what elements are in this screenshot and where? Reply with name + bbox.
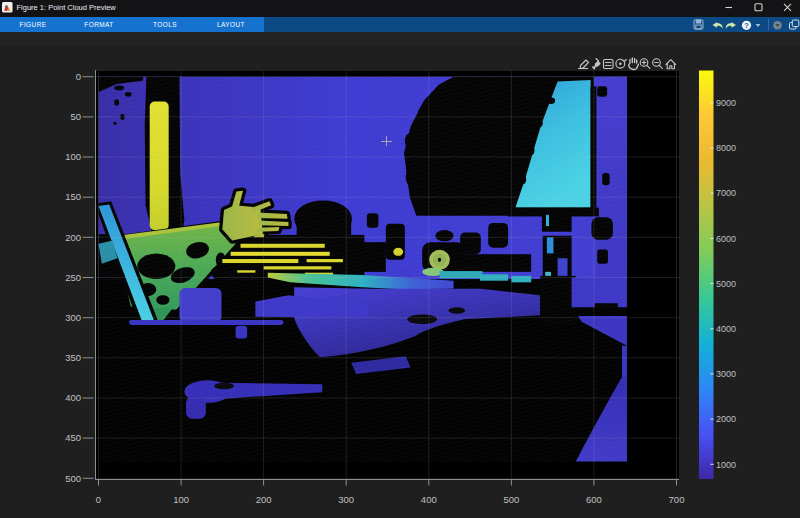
svg-text:Figure 1: Point Cloud Preview: Figure 1: Point Cloud Preview <box>17 3 117 12</box>
svg-text:350: 350 <box>65 352 81 363</box>
svg-text:100: 100 <box>173 494 189 505</box>
svg-text:7000: 7000 <box>716 188 736 198</box>
svg-text:250: 250 <box>65 272 81 283</box>
svg-text:2000: 2000 <box>716 414 736 424</box>
svg-text:200: 200 <box>256 494 272 505</box>
svg-text:500: 500 <box>65 473 81 484</box>
svg-text:6000: 6000 <box>716 234 736 244</box>
svg-text:500: 500 <box>503 494 519 505</box>
svg-text:8000: 8000 <box>716 143 736 153</box>
svg-text:400: 400 <box>65 392 81 403</box>
svg-text:1000: 1000 <box>716 460 736 470</box>
svg-text:300: 300 <box>65 312 81 323</box>
svg-text:700: 700 <box>669 494 685 505</box>
svg-text:?: ? <box>744 21 749 30</box>
svg-text:450: 450 <box>65 432 81 443</box>
svg-text:400: 400 <box>421 494 437 505</box>
svg-text:600: 600 <box>586 494 602 505</box>
svg-text:9000: 9000 <box>716 98 736 108</box>
svg-text:4000: 4000 <box>716 324 736 334</box>
svg-text:200: 200 <box>65 232 81 243</box>
svg-text:150: 150 <box>65 191 81 202</box>
svg-text:0: 0 <box>96 494 101 505</box>
svg-text:3000: 3000 <box>716 369 736 379</box>
svg-text:5000: 5000 <box>716 279 736 289</box>
svg-text:0: 0 <box>76 71 81 82</box>
svg-text:50: 50 <box>70 111 81 122</box>
svg-text:100: 100 <box>65 151 81 162</box>
svg-text:300: 300 <box>338 494 354 505</box>
